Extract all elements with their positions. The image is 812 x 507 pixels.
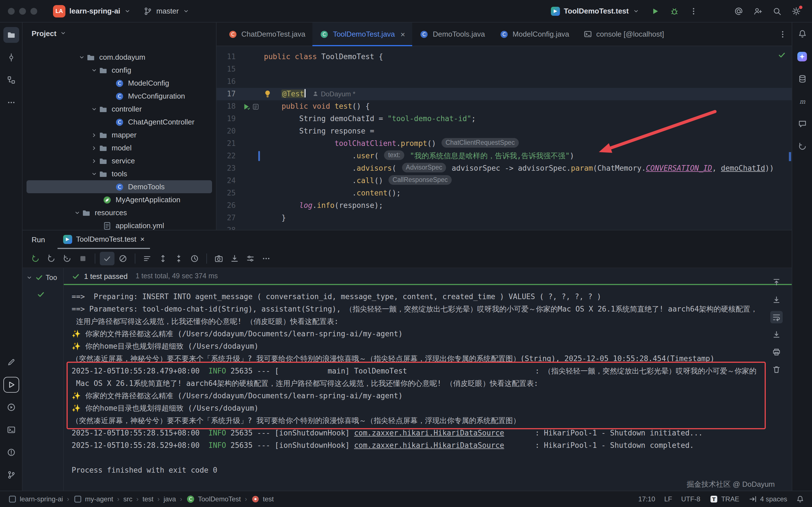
breadcrumb-ToolDemoTest[interactable]: CToolDemoTest (186, 495, 241, 504)
collapse-all-button[interactable] (171, 251, 186, 265)
breadcrumb-learn-spring-ai[interactable]: learn-spring-ai (8, 495, 63, 504)
comments-button[interactable] (795, 117, 809, 131)
tree-item-controller[interactable]: controller (22, 103, 216, 115)
chevron-right-icon[interactable] (89, 131, 99, 138)
activity-run-button[interactable] (3, 377, 19, 393)
breadcrumb-java[interactable]: java (163, 495, 176, 503)
auto-test-button[interactable] (60, 251, 74, 265)
maven-button[interactable]: m (795, 95, 809, 108)
sort-button[interactable] (140, 251, 154, 265)
database-button[interactable] (795, 72, 809, 86)
chevron-right-icon[interactable] (89, 158, 99, 164)
activity-problems-button[interactable] (3, 445, 19, 460)
rerun-failed-button[interactable] (44, 251, 59, 265)
status-TRAE[interactable]: TTRAE (709, 495, 739, 504)
chevron-down-icon[interactable] (89, 67, 99, 73)
run-button[interactable] (647, 3, 663, 19)
tree-item-service[interactable]: service (22, 154, 216, 167)
add-user-button[interactable] (750, 3, 766, 19)
scroll-end-button[interactable] (770, 328, 783, 341)
tree-item-application.yml[interactable]: application.yml (22, 219, 216, 230)
console-output[interactable]: ==> Preparing: INSERT INTO agent_message… (64, 285, 792, 491)
clear-button[interactable] (770, 363, 783, 376)
debug-button[interactable] (666, 3, 682, 19)
close-window-button[interactable] (8, 8, 15, 14)
print-button[interactable] (770, 346, 783, 358)
test-tree-panel[interactable]: Too (22, 268, 64, 491)
show-passed-button[interactable] (100, 251, 114, 265)
chevron-down-icon[interactable] (89, 170, 99, 177)
import-tests-button[interactable] (227, 251, 242, 265)
tree-item-mapper[interactable]: mapper (22, 128, 216, 142)
breadcrumb-test[interactable]: test (142, 495, 153, 503)
run-configuration-selector[interactable]: ▶ ToolDemoTest.test (546, 4, 644, 18)
close-tab-icon[interactable]: × (401, 30, 405, 38)
activity-git-branch-button[interactable] (3, 467, 19, 483)
more-actions-button[interactable] (686, 3, 702, 19)
tab-ModelConfig-java[interactable]: CModelConfig.java (492, 22, 576, 46)
scroll-down-button[interactable] (770, 293, 783, 306)
breadcrumb-test[interactable]: test (251, 495, 274, 504)
test-tree-root[interactable]: Too (22, 270, 63, 285)
chevron-down-icon[interactable] (77, 54, 86, 61)
status-4 spaces[interactable]: 4 spaces (748, 495, 787, 504)
options-button[interactable] (243, 251, 258, 265)
activity-more-button[interactable] (3, 95, 19, 110)
tree-item-DemoTools[interactable]: CDemoTools (22, 180, 216, 193)
ai-assistant-button[interactable] (795, 50, 809, 63)
intention-bulb-icon[interactable] (263, 90, 272, 98)
activity-structure-button[interactable] (3, 72, 19, 88)
soft-wrap-button[interactable] (770, 311, 783, 323)
stop-button[interactable] (75, 251, 90, 265)
tree-item-com.dodayum[interactable]: com.dodayum (22, 51, 216, 64)
minimize-window-button[interactable] (19, 8, 26, 14)
history-button[interactable] (795, 140, 809, 153)
notifications-button[interactable] (795, 27, 809, 41)
status-UTF-8[interactable]: UTF-8 (681, 495, 700, 503)
code-editor[interactable]: 11public class ToolDemoTest {151617 @Tes… (216, 46, 792, 230)
settings-button[interactable] (788, 3, 804, 19)
tab-ToolDemoTest-java[interactable]: CToolDemoTest.java× (313, 22, 412, 46)
close-icon[interactable]: × (140, 235, 145, 243)
tab-ChatDemoTest-java[interactable]: CChatDemoTest.java (221, 22, 313, 46)
run-test-gutter-icon[interactable] (243, 102, 251, 111)
scroll-up-button[interactable] (770, 276, 783, 288)
activity-terminal-button[interactable] (3, 422, 19, 438)
activity-project-button[interactable] (3, 27, 19, 43)
activity-play-circle-button[interactable] (3, 399, 19, 415)
status-17:10[interactable]: 17:10 (638, 495, 655, 503)
show-ignored-button[interactable] (116, 251, 130, 265)
screenshot-button[interactable] (211, 251, 226, 265)
tree-item-MyAgentApplication[interactable]: MyAgentApplication (22, 193, 216, 206)
more-button[interactable] (259, 251, 273, 265)
tree-item-ChatAgentController[interactable]: CChatAgentController (22, 115, 216, 128)
breadcrumb-src[interactable]: src (123, 495, 132, 503)
inspections-ok-icon[interactable] (777, 51, 786, 59)
tree-item-config[interactable]: config (22, 64, 216, 76)
tab-console-localhost-[interactable]: console [@localhost] (576, 22, 671, 46)
tab-DemoTools-java[interactable]: CDemoTools.java (412, 22, 492, 46)
status-bell-small[interactable] (796, 495, 804, 503)
project-switcher[interactable]: LA learn-spring-ai (49, 3, 136, 19)
tree-item-model[interactable]: model (22, 142, 216, 154)
tree-item-resources[interactable]: resources (22, 206, 216, 219)
project-panel-header[interactable]: Project (22, 22, 216, 44)
tab-options-button[interactable] (778, 22, 787, 46)
chevron-down-icon[interactable] (89, 106, 99, 112)
tree-item-ModelConfig[interactable]: CModelConfig (22, 76, 216, 90)
status-LF[interactable]: LF (664, 495, 672, 503)
test-result-gutter-icon[interactable] (252, 103, 259, 110)
chevron-right-icon[interactable] (89, 145, 99, 151)
expand-all-button[interactable] (156, 251, 170, 265)
branch-switcher[interactable]: master (139, 4, 194, 18)
tree-item-MvcConfiguration[interactable]: CMvcConfiguration (22, 90, 216, 103)
test-tree-node[interactable] (22, 290, 63, 300)
activity-commit-button[interactable] (3, 50, 19, 65)
test-history-button[interactable] (187, 251, 202, 265)
rerun-button[interactable] (28, 251, 43, 265)
zoom-window-button[interactable] (31, 8, 37, 14)
activity-pen-button[interactable] (3, 354, 19, 370)
mention-button[interactable] (731, 3, 747, 19)
tree-item-tools[interactable]: tools (22, 167, 216, 180)
search-button[interactable] (769, 3, 785, 19)
